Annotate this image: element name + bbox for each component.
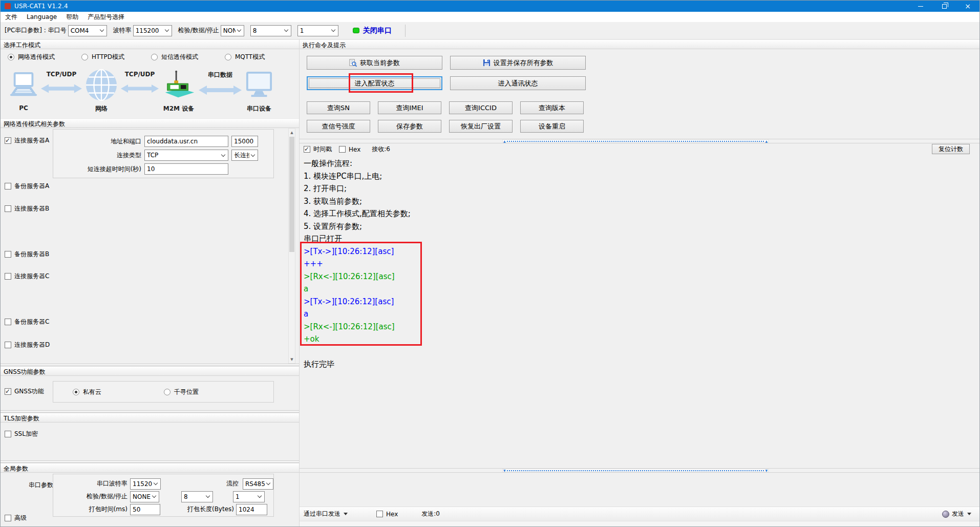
chevron-down-icon: [258, 494, 262, 498]
parity-select[interactable]: NONE: [221, 25, 244, 36]
checkbox-label: SSL加密: [14, 430, 38, 438]
query-iccid-button[interactable]: 查询ICCID: [449, 101, 513, 114]
send-button[interactable]: 发送: [942, 510, 971, 518]
checkbox-advanced[interactable]: 高级: [5, 514, 27, 522]
radio-qianxun-location[interactable]: 千寻位置: [164, 388, 199, 396]
query-sn-button[interactable]: 查询SN: [307, 101, 370, 114]
checkbox-label: GNSS功能: [14, 387, 44, 396]
log-splitter[interactable]: ▲▲: [300, 139, 979, 143]
checkbox-timestamp[interactable]: 时间戳: [304, 145, 332, 154]
pack-time-input[interactable]: [130, 504, 160, 515]
set-save-all-params-button[interactable]: 设置并保存所有参数: [450, 56, 586, 70]
checkbox-backup-server-a[interactable]: 备份服务器A: [5, 182, 49, 191]
checkbox-backup-server-c[interactable]: 备份服务器C: [5, 318, 49, 326]
minimize-button[interactable]: [909, 1, 932, 12]
send-via-serial-dropdown[interactable]: 通过串口发送: [304, 510, 348, 518]
send-splitter[interactable]: ▼▼: [300, 468, 979, 473]
serial-data-bits-select[interactable]: 8: [181, 491, 213, 502]
chevron-down-icon: [154, 481, 158, 485]
query-signal-button[interactable]: 查信号强度: [307, 120, 370, 133]
annotation-box: [349, 73, 413, 93]
gnss-settings: GNSS功能 私有云 千寻位置: [1, 376, 299, 410]
server-list: 地址和端口 连接类型 TCP 长连接 短连接超时时间(秒) 连接服务器A: [1, 128, 299, 364]
query-imei-button[interactable]: 查询IMEI: [378, 101, 441, 114]
port-status-led-icon: [353, 28, 359, 33]
save-params-button[interactable]: 保存参数: [378, 120, 441, 133]
chevron-down-icon: [251, 152, 255, 156]
enter-comm-state-button[interactable]: 进入通讯状态: [450, 76, 586, 90]
command-buttons: 获取当前参数 设置并保存所有参数 进入配置状态 进入通讯状态 查询SN: [300, 49, 979, 139]
device-restart-button[interactable]: 设备重启: [520, 120, 584, 133]
flow-control-label: 流控: [210, 479, 239, 488]
diagram-link-3: 串口数据: [197, 67, 243, 118]
checkbox-ssl-encrypt[interactable]: SSL加密: [5, 430, 38, 438]
log-output[interactable]: 一般操作流程: 1. 模块连PC串口,上电; 2. 打开串口; 3. 获取当前参…: [300, 155, 979, 468]
checkbox-hex-recv[interactable]: Hex: [339, 146, 360, 153]
send-toolbar: 通过串口发送 Hex 发送:0 发送: [300, 507, 979, 521]
log-line: 一般操作流程:: [304, 157, 979, 170]
pack-length-input[interactable]: [236, 504, 267, 515]
com-port-select[interactable]: COM4: [68, 25, 107, 36]
restore-button[interactable]: [932, 1, 956, 12]
conn-type-select[interactable]: TCP: [144, 150, 228, 161]
server-address-input[interactable]: [144, 136, 228, 147]
radio-sms-mode[interactable]: 短信透传模式: [151, 53, 198, 61]
log-done-line: 执行完毕: [304, 358, 979, 371]
serial-parity-select[interactable]: NONE: [130, 491, 159, 502]
checkbox-icon: [5, 273, 11, 280]
server-port-input[interactable]: [231, 136, 258, 147]
close-port-button[interactable]: 关闭串口: [363, 26, 392, 35]
flow-control-select[interactable]: RS485: [243, 478, 273, 490]
button-label: 进入通讯状态: [498, 79, 538, 88]
server-list-scrollbar[interactable]: ▲ ▼: [288, 128, 295, 364]
menu-file[interactable]: 文件: [1, 12, 22, 22]
data-bits-select[interactable]: 8: [250, 25, 291, 36]
checkbox-gnss-enable[interactable]: GNSS功能: [5, 387, 44, 396]
splitter-handle[interactable]: ▲▲: [502, 139, 769, 143]
button-label: 查询SN: [327, 103, 350, 113]
log-line: 4. 选择工作模式,配置相关参数;: [304, 207, 979, 220]
query-version-button[interactable]: 查询版本: [520, 101, 584, 114]
button-label: 复位计数: [939, 145, 963, 154]
checkbox-connect-server-d[interactable]: 连接服务器D: [5, 341, 50, 349]
radio-httpd-mode[interactable]: HTTPD模式: [81, 53, 124, 61]
checkbox-connect-server-a[interactable]: 连接服务器A: [5, 136, 49, 145]
factory-reset-button[interactable]: 恢复出厂设置: [449, 120, 513, 133]
reset-count-button[interactable]: 复位计数: [932, 144, 970, 154]
checkbox-backup-server-b[interactable]: 备份服务器B: [5, 250, 49, 259]
splitter-handle[interactable]: ▼▼: [502, 469, 769, 472]
close-button[interactable]: ×: [956, 1, 979, 12]
checkbox-label: 时间戳: [313, 145, 332, 154]
timeout-input[interactable]: [144, 163, 228, 175]
send-input-area[interactable]: [300, 473, 979, 507]
conn-mode-select[interactable]: 长连接: [231, 150, 258, 161]
scroll-up-icon[interactable]: ▲: [289, 129, 295, 136]
gnss-header: GNSS功能参数: [1, 366, 299, 376]
splitter-arrow-icon: ▲: [503, 140, 506, 143]
floppy-disk-icon: [483, 59, 491, 67]
get-current-params-button[interactable]: 获取当前参数: [307, 56, 442, 70]
checkbox-hex-send[interactable]: Hex: [376, 511, 398, 518]
scroll-down-icon[interactable]: ▼: [289, 355, 295, 363]
checkbox-connect-server-c[interactable]: 连接服务器C: [5, 272, 49, 281]
radio-net-transparent-mode[interactable]: 网络透传模式: [8, 53, 55, 61]
menu-help[interactable]: 帮助: [61, 12, 83, 22]
stop-bits-select[interactable]: 1: [297, 25, 338, 36]
tls-settings: SSL加密: [1, 423, 299, 460]
radio-label: 千寻位置: [174, 388, 199, 396]
menu-language[interactable]: Language: [22, 12, 61, 22]
checkbox-label: Hex: [386, 511, 398, 518]
checkbox-icon: [376, 511, 383, 517]
scrollbar-thumb[interactable]: [289, 137, 294, 252]
globe-icon: [85, 69, 118, 103]
menu-product-model[interactable]: 产品型号选择: [83, 12, 129, 22]
diagram-pc-node: PC: [8, 67, 39, 118]
serial-baud-select[interactable]: 115200: [130, 478, 161, 490]
radio-mqtt-mode[interactable]: MQTT模式: [225, 53, 265, 61]
search-doc-icon: [349, 59, 357, 67]
checkbox-connect-server-b[interactable]: 连接服务器B: [5, 204, 49, 213]
baud-select[interactable]: 115200: [133, 25, 172, 36]
serial-stop-bits-select[interactable]: 1: [233, 491, 265, 502]
radio-private-cloud[interactable]: 私有云: [73, 388, 101, 396]
serial-params-label: 串口参数: [29, 481, 53, 490]
